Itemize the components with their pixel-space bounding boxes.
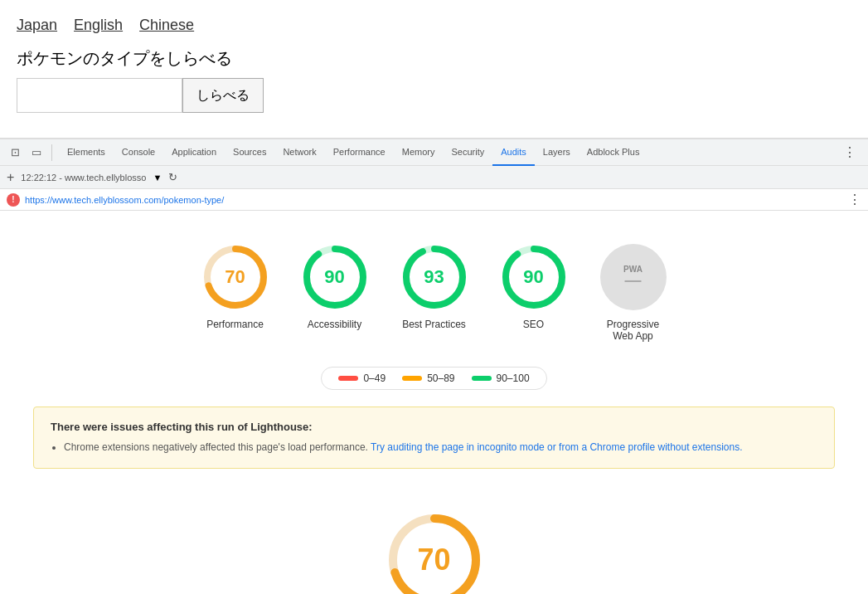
search-button[interactable]: しらべる [182,78,264,113]
pwa-dash: — [625,270,642,290]
tab-console[interactable]: Console [114,139,163,166]
bottom-score-section: 70 Performance [17,485,851,594]
language-nav: Japan English Chinese [17,17,851,34]
tab-application[interactable]: Application [163,139,225,166]
warning-link[interactable]: Try auditing the page in incognito mode … [371,441,742,453]
devtools-panel: ⊡ ▭ Elements Console Application Sources… [0,138,868,594]
lang-english[interactable]: English [74,17,123,34]
seo-score-label: SEO [523,319,544,330]
url-more-button[interactable]: ⋮ [848,192,861,207]
reload-button[interactable]: ↻ [168,171,177,183]
webpage-area: Japan English Chinese ポケモンのタイプをしらべる しらべる [0,0,868,138]
score-circle-accessibility: 90 [302,244,368,310]
legend-high: 90–100 [472,372,530,384]
tab-sources[interactable]: Sources [225,139,274,166]
score-pwa: PWA — Progressive Web App [600,244,667,342]
tab-security[interactable]: Security [443,139,492,166]
devtools-tab-bar: ⊡ ▭ Elements Console Application Sources… [0,139,868,166]
scores-row: 70 Performance 90 Accessibility [17,227,851,358]
devtools-url-bar: ! https://www.tech.ellyblossom.com/pokem… [0,189,868,211]
bottom-performance-value: 70 [417,543,450,577]
performance-score-value: 70 [225,266,245,288]
score-legend: 0–49 50–89 90–100 [321,367,546,390]
accessibility-score-label: Accessibility [308,319,361,330]
score-accessibility: 90 Accessibility [302,244,368,342]
bottom-score-circle: 70 [385,510,484,594]
legend-dot-high [472,376,492,381]
dropdown-arrow[interactable]: ▼ [153,173,162,183]
warning-title: There were issues affecting this run of … [51,421,817,433]
score-circle-performance: 70 [202,244,269,310]
url-text: https://www.tech.ellyblossom.com/pokemon… [25,195,224,205]
warning-list-item: Chrome extensions negatively affected th… [64,440,817,455]
page-title: ポケモンのタイプをしらべる [17,47,851,70]
seo-score-value: 90 [523,266,543,288]
legend-mid: 50–89 [402,372,454,384]
legend-label-high: 90–100 [497,372,530,384]
lang-japan[interactable]: Japan [17,17,57,34]
legend-dot-low [338,376,358,381]
tab-elements[interactable]: Elements [59,139,114,166]
score-seo: 90 SEO [501,244,567,342]
tab-adblock[interactable]: Adblock Plus [579,139,648,166]
pwa-circle: PWA — [600,244,667,310]
legend-label-mid: 50–89 [427,372,454,384]
score-circle-seo: 90 [501,244,567,310]
security-warning-icon: ! [7,193,20,207]
inspect-icon[interactable]: ⊡ [7,144,23,161]
search-area: しらべる [17,78,851,113]
score-circle-best-practices: 93 [401,244,468,310]
search-input[interactable] [17,78,182,113]
audits-content: 70 Performance 90 Accessibility [0,211,868,594]
address-bar-text: 12:22:12 - www.tech.ellyblosso [21,173,146,183]
accessibility-score-value: 90 [324,266,344,288]
tab-memory[interactable]: Memory [394,139,444,166]
legend-low: 0–49 [338,372,386,384]
pwa-score-label: Progressive Web App [600,319,667,342]
devtools-icon-group: ⊡ ▭ [7,144,52,161]
legend-label-low: 0–49 [363,372,386,384]
tab-audits[interactable]: Audits [492,139,535,166]
tab-network[interactable]: Network [274,139,324,166]
legend-dot-mid [402,376,422,381]
warning-box: There were issues affecting this run of … [33,407,835,469]
tab-performance[interactable]: Performance [325,139,394,166]
devtools-address-bar: + 12:22:12 - www.tech.ellyblosso ▼ ↻ [0,166,868,189]
lang-chinese[interactable]: Chinese [139,17,194,34]
warning-text: Chrome extensions negatively affected th… [51,440,817,455]
best-practices-score-value: 93 [424,266,444,288]
tab-layers[interactable]: Layers [535,139,579,166]
best-practices-score-label: Best Practices [402,319,466,330]
add-tab-button[interactable]: + [7,170,14,185]
performance-score-label: Performance [206,319,264,330]
score-best-practices: 93 Best Practices [401,244,468,342]
devtools-more-button[interactable]: ⋮ [838,144,861,160]
score-performance: 70 Performance [202,244,269,342]
device-icon[interactable]: ▭ [28,144,45,161]
